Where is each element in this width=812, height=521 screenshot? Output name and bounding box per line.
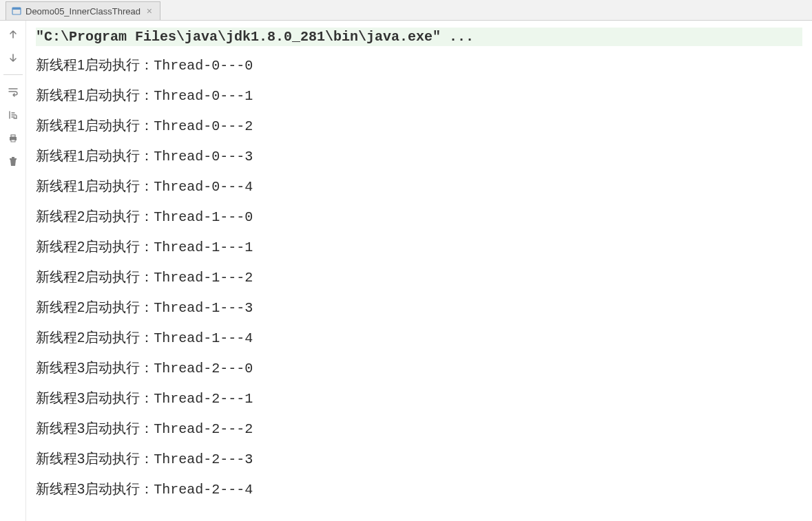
trash-icon[interactable] (6, 155, 20, 169)
output-prefix: 新线程3启动执行： (36, 360, 154, 375)
tab-bar: Deomo05_InnerClassThread × (0, 0, 812, 21)
output-thread: Thread-0---3 (154, 149, 253, 164)
output-line: 新线程2启动执行：Thread-1---4 (36, 323, 802, 353)
output-thread: Thread-0---2 (154, 118, 253, 134)
application-icon (12, 6, 21, 16)
main-area: "C:\Program Files\java\jdk1.8.0_281\bin\… (0, 21, 812, 521)
scroll-to-end-icon[interactable] (6, 108, 20, 122)
svg-rect-5 (10, 158, 17, 160)
tab-label: Deomo05_InnerClassThread (25, 6, 140, 17)
output-prefix: 新线程2启动执行： (36, 239, 154, 254)
output-thread: Thread-2---2 (154, 421, 253, 437)
output-line: 新线程2启动执行：Thread-1---3 (36, 293, 802, 323)
output-prefix: 新线程1启动执行： (36, 178, 154, 193)
output-line: 新线程3启动执行：Thread-2---4 (36, 474, 802, 504)
output-thread: Thread-1---3 (154, 300, 253, 316)
svg-rect-3 (11, 135, 15, 137)
output-line: 新线程1启动执行：Thread-0---1 (36, 81, 802, 111)
output-prefix: 新线程3启动执行： (36, 390, 154, 405)
output-line: 新线程2启动执行：Thread-1---1 (36, 232, 802, 262)
run-config-tab[interactable]: Deomo05_InnerClassThread × (6, 1, 160, 20)
output-thread: Thread-2---4 (154, 482, 253, 498)
output-thread: Thread-2---3 (154, 451, 253, 467)
output-prefix: 新线程1启动执行： (36, 87, 154, 103)
output-prefix: 新线程1启动执行： (36, 148, 154, 163)
close-icon[interactable]: × (145, 6, 154, 16)
console-output[interactable]: "C:\Program Files\java\jdk1.8.0_281\bin\… (26, 21, 812, 521)
output-thread: Thread-2---1 (154, 391, 253, 407)
svg-rect-4 (11, 140, 15, 142)
output-line: 新线程3启动执行：Thread-2---1 (36, 383, 802, 414)
output-line: 新线程1启动执行：Thread-0---0 (36, 50, 802, 81)
output-line: 新线程2启动执行：Thread-1---2 (36, 262, 802, 293)
svg-rect-1 (12, 8, 21, 10)
output-line: 新线程1启动执行：Thread-0---4 (36, 171, 802, 202)
output-line: 新线程2启动执行：Thread-1---0 (36, 202, 802, 232)
output-line: 新线程1启动执行：Thread-0---3 (36, 141, 802, 171)
output-prefix: 新线程1启动执行： (36, 57, 154, 72)
output-thread: Thread-2---0 (154, 361, 253, 376)
output-prefix: 新线程2启动执行： (36, 330, 154, 345)
console-gutter (0, 21, 26, 521)
output-lines-container: 新线程1启动执行：Thread-0---0新线程1启动执行：Thread-0--… (36, 50, 802, 504)
svg-rect-6 (12, 157, 14, 158)
output-prefix: 新线程2启动执行： (36, 269, 154, 284)
output-line: 新线程1启动执行：Thread-0---2 (36, 111, 802, 141)
output-line: 新线程3启动执行：Thread-2---2 (36, 414, 802, 444)
output-thread: Thread-0---1 (154, 88, 253, 104)
output-prefix: 新线程2启动执行： (36, 299, 154, 315)
gutter-separator (3, 74, 23, 75)
scroll-up-icon[interactable] (6, 28, 20, 41)
output-thread: Thread-0---0 (154, 58, 253, 74)
output-thread: Thread-1---1 (154, 240, 253, 255)
soft-wrap-icon[interactable] (6, 85, 20, 98)
output-thread: Thread-1---4 (154, 330, 253, 346)
print-icon[interactable] (6, 131, 20, 145)
command-line: "C:\Program Files\java\jdk1.8.0_281\bin\… (36, 28, 802, 46)
output-thread: Thread-1---0 (154, 209, 253, 225)
output-thread: Thread-1---2 (154, 270, 253, 286)
output-line: 新线程3启动执行：Thread-2---0 (36, 353, 802, 383)
output-prefix: 新线程3启动执行： (36, 421, 154, 436)
output-prefix: 新线程2启动执行： (36, 209, 154, 224)
scroll-down-icon[interactable] (6, 51, 20, 65)
output-thread: Thread-0---4 (154, 179, 253, 195)
output-prefix: 新线程1启动执行： (36, 118, 154, 133)
output-prefix: 新线程3启动执行： (36, 451, 154, 466)
output-prefix: 新线程3启动执行： (36, 481, 154, 496)
output-line: 新线程3启动执行：Thread-2---3 (36, 444, 802, 474)
